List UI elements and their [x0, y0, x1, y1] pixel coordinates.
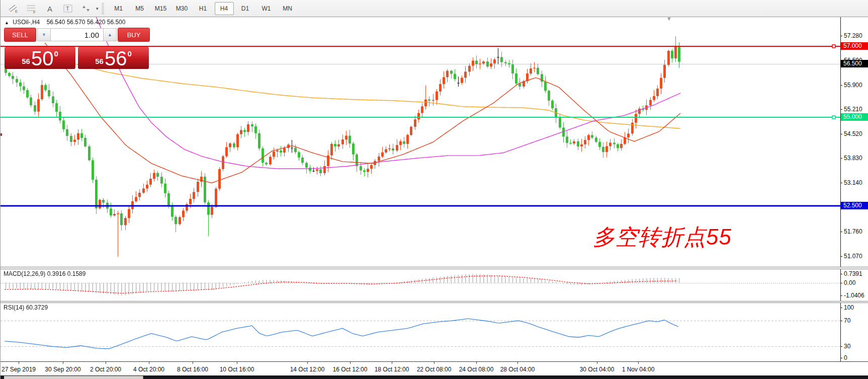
timeframe-button-m15[interactable]: M15: [151, 2, 170, 15]
date-label: 16 Oct 12:00: [333, 366, 368, 373]
collapse-triangle-icon[interactable]: ▲: [5, 20, 9, 25]
symbol-period-label: USOil-,H4: [13, 19, 40, 26]
timeframe-button-mn[interactable]: MN: [278, 2, 297, 15]
rsi-indicator-panel: RSI(14) 60.3729 10070300: [1, 303, 868, 361]
bid-pips: 50: [31, 49, 54, 68]
bid-big-figure: 56: [22, 57, 30, 65]
rsi-tick-label: 30: [844, 343, 850, 350]
equidistant-channel-icon[interactable]: E: [6, 2, 22, 16]
text-label-icon[interactable]: T: [60, 2, 76, 16]
price-tick-label: 55.900: [844, 82, 862, 89]
date-label: 30 Sep 20:00: [45, 366, 80, 373]
price-tick-label: 53.140: [844, 179, 862, 186]
macd-chart-canvas[interactable]: [1, 269, 840, 301]
arrows-icon[interactable]: [78, 2, 94, 16]
price-line-badge: 55.000: [841, 113, 868, 121]
macd-label: MACD(12,26,9) 0.3916 0.1589: [4, 270, 85, 277]
price-line-badge: 56.500: [841, 60, 868, 67]
date-tick: [106, 362, 106, 364]
svg-text:T: T: [66, 6, 69, 12]
toolbar-drag-handle[interactable]: [102, 3, 104, 14]
ask-price-tile[interactable]: 56 56 0: [78, 47, 149, 69]
macd-indicator-panel: MACD(12,26,9) 0.3916 0.1589 0.73910.00-1…: [1, 269, 868, 301]
date-label: 24 Oct 08:00: [459, 366, 494, 373]
price-scale[interactable]: 57.28056.59055.90055.21054.52053.83053.1…: [840, 17, 868, 267]
timeframe-button-d1[interactable]: D1: [236, 2, 255, 15]
date-label: 18 Oct 12:00: [375, 366, 409, 373]
price-tick-label: 55.210: [844, 106, 862, 113]
date-label: 14 Oct 12:00: [290, 366, 325, 373]
arrows-dropdown-caret[interactable]: ▾: [96, 6, 99, 11]
chart-end-marker-icon: ▼: [666, 16, 672, 22]
horizontal-scrollbar[interactable]: [1, 375, 868, 379]
date-tick: [19, 362, 19, 364]
date-label: 27 Sep 2019: [2, 366, 36, 373]
date-label: 10 Oct 16:00: [220, 366, 254, 373]
price-tick-label: 54.520: [844, 130, 862, 137]
price-line-badge: 57.000: [841, 42, 868, 50]
ask-pipette: 0: [127, 49, 131, 58]
trade-row: SELL ▼ 1.00 ▲ BUY: [5, 28, 149, 41]
rsi-tick-label: 70: [844, 317, 850, 324]
ask-big-figure: 56: [95, 57, 104, 65]
chinese-annotation-text: 多空转折点55: [593, 222, 732, 252]
text-icon[interactable]: A: [42, 2, 58, 16]
date-tick: [63, 362, 63, 364]
bid-price-tile[interactable]: 56 50 0: [5, 47, 75, 69]
volume-increase-button[interactable]: ▲: [103, 28, 117, 41]
volume-input[interactable]: 1.00: [50, 28, 104, 41]
buy-button[interactable]: BUY: [118, 28, 149, 41]
date-label: 28 Oct 04:00: [500, 366, 535, 373]
chart-header: ▲ USOil-,H4 56.540 56.570 56.420 56.500: [5, 19, 125, 26]
price-line-badge: 52.500: [841, 202, 868, 209]
timeframe-button-m5[interactable]: M5: [130, 2, 149, 15]
price-tick-label: 51.760: [844, 228, 862, 235]
price-tick-label: 53.830: [844, 155, 862, 162]
rsi-tick-label: 100: [844, 304, 854, 311]
date-axis[interactable]: 27 Sep 201930 Sep 20:002 Oct 20:004 Oct …: [1, 361, 868, 375]
trading-app-window: EFAT▾M1M5M15M30H1H4D1W1MN ▲ USOil-,H4 56…: [0, 0, 868, 379]
macd-tick-label: 0.00: [844, 279, 855, 286]
timeframe-button-h4[interactable]: H4: [215, 2, 234, 15]
fibonacci-icon[interactable]: F: [24, 2, 40, 16]
price-tick-label: 51.070: [844, 253, 862, 260]
bid-pipette: 0: [54, 49, 58, 58]
date-label: 22 Oct 08:00: [417, 366, 452, 373]
timeframe-button-h1[interactable]: H1: [194, 2, 213, 15]
date-tick: [597, 362, 597, 364]
date-tick: [392, 362, 392, 364]
macd-scale[interactable]: 0.73910.00-1.0406: [840, 269, 868, 301]
date-label: 4 Oct 20:00: [133, 366, 164, 373]
date-tick: [193, 362, 193, 364]
timeframe-button-m1[interactable]: M1: [109, 2, 128, 15]
date-label: 8 Oct 16:00: [177, 366, 208, 373]
date-tick: [638, 362, 639, 364]
rsi-scale[interactable]: 10070300: [840, 303, 868, 361]
ask-pips: 56: [105, 49, 127, 68]
date-tick: [307, 362, 308, 364]
svg-text:F: F: [33, 10, 36, 14]
rsi-label: RSI(14) 60.3729: [4, 304, 48, 311]
date-label: 1 Nov 04:00: [622, 366, 655, 373]
date-tick: [476, 362, 477, 364]
main-chart-panel: ▲ USOil-,H4 56.540 56.570 56.420 56.500 …: [1, 17, 868, 267]
one-click-trading-widget: SELL ▼ 1.00 ▲ BUY 56 50 0 56 56 0: [5, 27, 149, 64]
macd-tick-label: -1.0406: [844, 292, 864, 299]
volume-decrease-button[interactable]: ▼: [37, 28, 51, 41]
rsi-tick-label: 0: [844, 354, 847, 361]
scrollbar-thumb[interactable]: [4, 376, 143, 379]
sell-button[interactable]: SELL: [5, 28, 36, 41]
date-tick: [149, 362, 149, 364]
date-label: 2 Oct 20:00: [90, 366, 121, 373]
timeframe-button-w1[interactable]: W1: [257, 2, 276, 15]
date-tick: [517, 362, 518, 364]
date-tick: [237, 362, 237, 364]
toolbar: EFAT▾M1M5M15M30H1H4D1W1MN: [1, 0, 868, 17]
date-tick: [350, 362, 351, 364]
rsi-chart-canvas[interactable]: [1, 303, 840, 361]
date-tick: [434, 362, 435, 364]
price-tick-label: 57.280: [844, 32, 862, 39]
svg-text:A: A: [47, 5, 52, 13]
macd-tick-label: 0.7391: [844, 270, 862, 277]
timeframe-button-m30[interactable]: M30: [172, 2, 192, 15]
